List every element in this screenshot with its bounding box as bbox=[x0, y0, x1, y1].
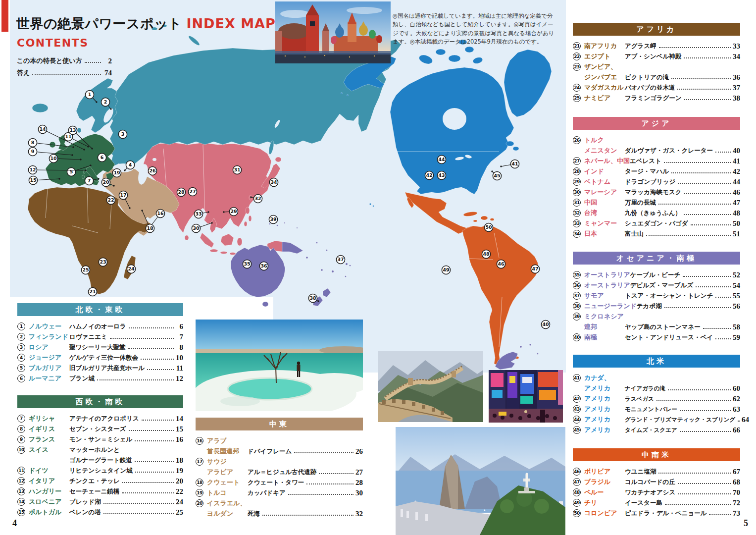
toc-row: 5ブルガリア旧ブルガリア共産党ホール11 bbox=[17, 363, 183, 373]
map-marker-48: 48 bbox=[482, 250, 490, 258]
land-antarctic-island-2 bbox=[529, 344, 531, 346]
row-page-number: 6 bbox=[175, 322, 183, 331]
leader-dots bbox=[32, 74, 101, 75]
row-country-name: カナダ、 bbox=[584, 374, 625, 382]
row-number-badge: 22 bbox=[573, 53, 581, 60]
toc-row: 47ブラジルコルコバードの丘68 bbox=[573, 477, 740, 486]
row-number-badge: 20 bbox=[196, 499, 203, 507]
row-number-badge: 48 bbox=[573, 488, 581, 496]
leader-dots bbox=[668, 389, 731, 390]
row-number-badge: 6 bbox=[17, 374, 25, 382]
toc-row: 48ペルーワカチナオアシス70 bbox=[573, 487, 740, 497]
row-page-number: 47 bbox=[732, 199, 740, 207]
page-number-right: 5 bbox=[744, 518, 748, 529]
row-spot-title: ドラゴンブリッジ bbox=[625, 177, 675, 186]
row-page-number: 30 bbox=[355, 489, 363, 497]
land-iceland bbox=[32, 104, 48, 112]
leader-dots bbox=[684, 214, 731, 215]
toc-row: 1ノルウェーハムノイのオーロラ6 bbox=[17, 321, 183, 331]
toc-row: ヨルダン死海32 bbox=[196, 508, 363, 518]
toc-row: 43アメリカモニュメントバレー63 bbox=[573, 404, 740, 414]
contents-item-page: 74 bbox=[103, 69, 112, 77]
toc-row: ジンバブエビクトリアの滝36 bbox=[573, 72, 740, 82]
row-country-name: ジョージア bbox=[29, 353, 69, 362]
row-page-number: 60 bbox=[732, 384, 740, 393]
row-spot-title: アテナイのアクロポリス bbox=[69, 414, 139, 423]
toc-row: 19トルコカッパドキア30 bbox=[196, 487, 363, 497]
leader-dots bbox=[122, 482, 174, 483]
leader-dots bbox=[678, 493, 731, 494]
svg-text:47: 47 bbox=[532, 266, 538, 271]
row-number-badge bbox=[573, 323, 581, 331]
toc-section-oceania-antarctica: オセアニア・南極35オーストラリアケーブル・ビーチ5236オーストラリアデビルズ… bbox=[573, 252, 740, 342]
leader-dots bbox=[128, 348, 174, 349]
map-marker-25: 25 bbox=[81, 266, 90, 274]
toc-row: アメリカナイアガラの滝60 bbox=[573, 383, 740, 393]
svg-text:8: 8 bbox=[31, 140, 35, 145]
row-spot-title: リヒテンシュタイン城 bbox=[69, 466, 133, 475]
row-spot-title: ビクトリアの滝 bbox=[625, 73, 669, 82]
toc-section-west-south-europe: 西欧・南欧7ギリシャアテナイのアクロポリス148イギリスセブン・シスターズ159… bbox=[17, 395, 183, 517]
row-spot-title: トスア・オーシャン・トレンチ bbox=[625, 291, 713, 300]
svg-text:33: 33 bbox=[195, 211, 202, 216]
row-country-name: トルコ bbox=[207, 488, 248, 497]
row-page-number: 37 bbox=[732, 84, 740, 92]
leader-dots bbox=[135, 472, 174, 473]
photo-moscow-st-basils bbox=[275, 1, 391, 63]
photo-times-square bbox=[489, 370, 563, 423]
toc-row: 30マレーシアマラッカ海峡モスク46 bbox=[573, 187, 740, 197]
row-number-badge: 32 bbox=[573, 209, 581, 217]
row-spot-title: イースター島 bbox=[625, 498, 662, 507]
leader-dots bbox=[262, 515, 353, 516]
row-country-name: スイス bbox=[29, 445, 69, 454]
row-spot-title: ドバイフレーム bbox=[248, 447, 292, 456]
toc-row: 4ジョージアゲルゲティ三位一体教会10 bbox=[17, 352, 183, 362]
row-country-name: フィンランド bbox=[29, 332, 69, 341]
row-spot-title: ブレッド湖 bbox=[69, 497, 101, 506]
toc-row: 2フィンランドロヴァニエミ7 bbox=[17, 331, 183, 341]
contents-item-page: 2 bbox=[103, 57, 112, 65]
row-spot-title: テカポ湖 bbox=[637, 302, 662, 311]
row-page-number: 68 bbox=[732, 478, 740, 486]
toc-section-africa: アフリカ21南アフリカアグラス岬3322エジプトアブ・シンベル神殿3423ザンビ… bbox=[573, 23, 740, 103]
land-aleutians-1 bbox=[341, 93, 343, 94]
land-antarctic-island-1 bbox=[520, 346, 522, 348]
row-number-badge: 49 bbox=[573, 499, 581, 507]
leader-dots bbox=[715, 338, 731, 339]
leader-dots bbox=[97, 379, 174, 380]
toc-row: 50コロンビアピエドラ・デル・ペニョール73 bbox=[573, 508, 740, 518]
row-spot-title: 富士山 bbox=[625, 229, 644, 238]
row-spot-title: クウェート・タワー bbox=[248, 478, 304, 487]
land-arctic-island-2 bbox=[436, 49, 446, 55]
svg-text:50: 50 bbox=[485, 224, 492, 230]
row-page-number: 70 bbox=[732, 488, 740, 497]
leader-dots bbox=[85, 62, 101, 63]
leader-dots bbox=[738, 421, 740, 422]
row-number-badge: 29 bbox=[573, 178, 581, 186]
svg-text:9: 9 bbox=[31, 149, 35, 154]
toc-row: 34日本富士山51 bbox=[573, 228, 740, 238]
row-country-name: 台湾 bbox=[584, 209, 625, 217]
row-number-badge: 12 bbox=[17, 477, 25, 485]
section-header: 北米 bbox=[573, 355, 740, 368]
row-page-number: 15 bbox=[175, 425, 183, 433]
map-marker-39: 39 bbox=[269, 215, 277, 223]
section-header: 中南米 bbox=[573, 448, 740, 461]
land-sardinia bbox=[82, 175, 85, 179]
row-number-badge: 7 bbox=[17, 415, 25, 423]
row-spot-title: タイムズ・スクエア bbox=[625, 426, 677, 434]
row-country-name: アメリカ bbox=[584, 426, 625, 434]
row-number-badge: 4 bbox=[17, 354, 25, 362]
svg-text:37: 37 bbox=[337, 257, 344, 262]
land-solomon bbox=[306, 257, 308, 259]
contents-list: この本の特長と使い方 2 答え 74 bbox=[17, 54, 112, 77]
row-spot-title: ウユニ塩湖 bbox=[625, 467, 656, 476]
row-page-number: 38 bbox=[732, 94, 740, 103]
svg-text:34: 34 bbox=[270, 179, 277, 185]
leader-dots bbox=[656, 400, 731, 401]
row-number-badge: 45 bbox=[573, 426, 581, 434]
svg-text:40: 40 bbox=[542, 321, 549, 327]
section-header: 北欧・東欧 bbox=[17, 303, 183, 316]
row-country-name: ギリシャ bbox=[29, 414, 69, 423]
leader-dots bbox=[141, 359, 174, 360]
